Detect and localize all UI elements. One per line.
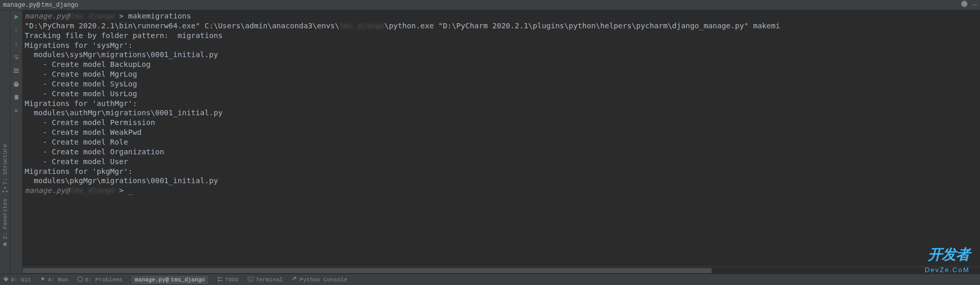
python-icon (292, 276, 298, 283)
title-bar: manage.py@tms_django — (0, 0, 980, 10)
prompt-sign: > (115, 12, 128, 20)
print-icon[interactable] (12, 79, 21, 88)
output-line-3: Migrations for 'sysMgr': (25, 41, 133, 49)
output-line-12: - Create model WeakPwd (25, 128, 142, 136)
console-content[interactable]: manage.py@tms_django > makemigrations "D… (23, 10, 980, 266)
output-line-10: modules\authMgr\migrations\0001_initial.… (25, 109, 222, 117)
output-line-14: - Create model Organization (25, 148, 164, 156)
sidebar-favorites-tab[interactable]: 2: Favorites (2, 199, 8, 247)
horizontal-scrollbar[interactable] (23, 266, 980, 274)
trash-icon[interactable] (12, 93, 21, 102)
wrap-icon[interactable] (12, 52, 21, 62)
output-line-8: - Create model UsrLog (25, 90, 137, 98)
svg-rect-2 (4, 187, 6, 188)
output-line-1a: "D:\PyCharm 2020.2.1\bin\runnerw64.exe" … (25, 22, 339, 30)
git-icon (3, 276, 9, 283)
status-manage-tab[interactable]: manage.py@tms_django (132, 276, 208, 284)
svg-rect-0 (3, 190, 4, 192)
todo-icon (217, 276, 223, 283)
sidebar-structure-label: 7: Structure (2, 144, 8, 185)
toolbar-column: ↑ ↓ ✕ (10, 10, 23, 274)
terminal-icon (248, 276, 253, 283)
svg-rect-4 (14, 70, 19, 71)
output-line-11: - Create model Permission (25, 118, 155, 127)
output-line-7: - Create model SysLog (25, 80, 137, 88)
scrollbar-thumb[interactable] (23, 268, 712, 273)
output-line-5: - Create model BackupLog (25, 60, 150, 68)
svg-rect-8 (220, 277, 222, 278)
console-area: manage.py@tms_django > makemigrations "D… (23, 10, 980, 274)
statusbar: 9: Git 4: Run 6: Problems manage.py@tms_… (0, 274, 980, 285)
svg-point-6 (78, 276, 83, 281)
status-run[interactable]: 4: Run (41, 276, 68, 283)
output-line-6: - Create model MgrLog (25, 70, 137, 78)
status-manage-label: manage.py@ (135, 277, 169, 283)
svg-rect-3 (14, 68, 19, 69)
status-todo[interactable]: TODO (217, 276, 238, 283)
output-line-9: Migrations for 'authMgr': (25, 99, 137, 108)
svg-rect-5 (14, 72, 19, 73)
prompt2-prefix: manage.py@ (25, 186, 70, 194)
title-text: manage.py@ (3, 2, 40, 9)
status-problems-label: 6: Problems (85, 277, 123, 283)
main-area: 7: Structure 2: Favorites ↑ ↓ ✕ manage (0, 10, 980, 274)
prompt-prefix: manage.py@ (25, 12, 70, 20)
sidebar-favorites-label: 2: Favorites (2, 199, 8, 239)
close-icon[interactable]: ✕ (12, 106, 21, 115)
svg-rect-7 (218, 277, 219, 278)
svg-rect-10 (220, 280, 222, 280)
play-icon[interactable] (12, 12, 21, 22)
status-run-label: 4: Run (48, 277, 68, 283)
output-line-17: modules\pkgMgr\migrations\0001_initial.p… (25, 176, 218, 185)
problems-icon (77, 276, 83, 283)
status-terminal[interactable]: Terminal (248, 276, 283, 283)
output-line-13: - Create model Role (25, 138, 128, 146)
prompt2-sign: > (115, 186, 128, 194)
output-line-4: modules\sysMgr\migrations\0001_initial.p… (25, 50, 218, 59)
status-python-console-label: Python Console (300, 277, 347, 283)
arrow-down-icon[interactable]: ↓ (12, 39, 21, 48)
output-line-1b: tms_django (339, 22, 384, 30)
title-project-blurred: tms_django (41, 2, 78, 9)
status-terminal-label: Terminal (255, 277, 283, 283)
prompt2-project: tms_django (70, 186, 114, 194)
command: makemigrations (128, 12, 191, 20)
output-line-15: - Create model User (25, 157, 128, 166)
output-line-1c: \python.exe "D:\PyCharm 2020.2.1\plugins… (384, 22, 780, 30)
left-sidebar: 7: Structure 2: Favorites (0, 10, 10, 274)
gear-icon[interactable] (961, 1, 968, 9)
svg-rect-1 (6, 190, 8, 192)
arrow-up-icon[interactable]: ↑ (12, 26, 21, 35)
status-python-console[interactable]: Python Console (292, 276, 347, 283)
output-line-16: Migrations for 'pkgMgr': (25, 167, 133, 175)
svg-rect-9 (218, 279, 219, 281)
select-icon[interactable] (12, 66, 21, 75)
sidebar-structure-tab[interactable]: 7: Structure (2, 144, 8, 192)
minimize-icon[interactable]: — (973, 1, 977, 9)
status-problems[interactable]: 6: Problems (77, 276, 123, 283)
svg-rect-11 (248, 277, 253, 281)
status-git[interactable]: 9: Git (3, 276, 31, 283)
cursor: _ (128, 186, 133, 194)
status-git-label: 9: Git (11, 277, 31, 283)
run-icon (41, 276, 46, 283)
status-todo-label: TODO (225, 277, 238, 283)
prompt-project: tms_django (70, 12, 114, 20)
output-line-2: Tracking file by folder pattern: migrati… (25, 31, 222, 40)
status-manage-blurred: tms_django (171, 277, 205, 283)
